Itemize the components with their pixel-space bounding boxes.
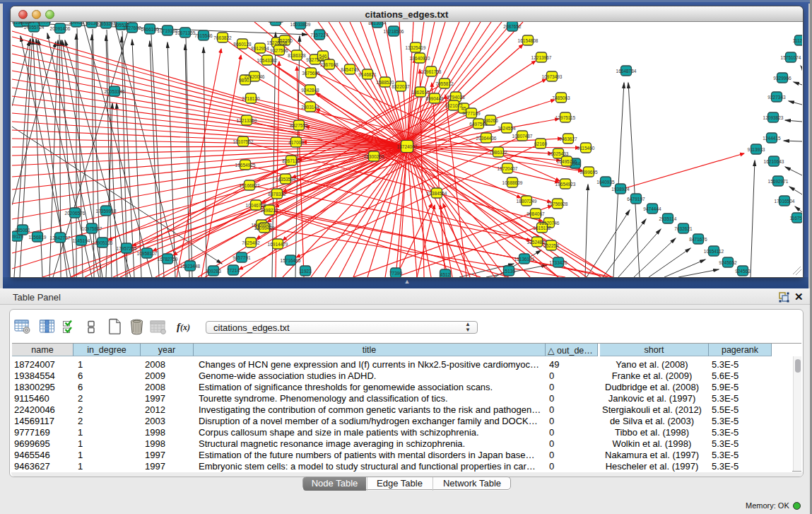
svg-text:12213369: 12213369 [237, 118, 257, 123]
svg-text:546: 546 [319, 54, 327, 59]
svg-text:15720407: 15720407 [498, 166, 518, 171]
svg-text:1145194: 1145194 [73, 238, 90, 243]
svg-text:8878332: 8878332 [268, 192, 286, 197]
svg-text:6466160: 6466160 [141, 27, 159, 32]
svg-text:62160: 62160 [534, 141, 547, 146]
svg-text:7955812: 7955812 [435, 81, 454, 86]
svg-text:98901: 98901 [239, 78, 252, 83]
svg-text:8427552: 8427552 [290, 123, 308, 128]
svg-text:7485063: 7485063 [552, 95, 570, 100]
svg-text:7357224: 7357224 [310, 33, 329, 37]
svg-text:116753: 116753 [789, 216, 802, 221]
svg-text:3675685: 3675685 [302, 71, 320, 76]
svg-text:17016504: 17016504 [775, 199, 795, 204]
svg-text:10671355: 10671355 [175, 30, 196, 35]
svg-text:18807249: 18807249 [517, 199, 537, 204]
svg-text:104418: 104418 [69, 22, 84, 25]
svg-text:77390: 77390 [389, 271, 402, 276]
svg-text:20206576: 20206576 [65, 211, 86, 216]
svg-text:15136: 15136 [502, 269, 515, 274]
svg-text:10543382: 10543382 [257, 58, 278, 63]
svg-text:14099489: 14099489 [254, 226, 275, 230]
svg-text:10975867: 10975867 [82, 226, 102, 231]
svg-text:3498222: 3498222 [260, 208, 278, 213]
svg-text:14055724: 14055724 [24, 25, 45, 30]
svg-text:16782759: 16782759 [158, 257, 178, 262]
svg-text:9115460: 9115460 [577, 146, 595, 151]
svg-text:20364436: 20364436 [476, 136, 497, 141]
svg-text:1527602: 1527602 [123, 25, 141, 30]
svg-text:985061: 985061 [15, 228, 30, 233]
svg-text:111233: 111233 [793, 38, 802, 43]
svg-text:15692971: 15692971 [768, 179, 789, 184]
svg-text:160338: 160338 [268, 22, 283, 23]
svg-text:9327506: 9327506 [270, 48, 288, 53]
svg-text:1640935: 1640935 [596, 180, 615, 185]
svg-text:16107552: 16107552 [233, 139, 254, 144]
svg-text:16914479: 16914479 [268, 242, 288, 247]
svg-text:20053346: 20053346 [105, 89, 125, 94]
svg-text:17359918: 17359918 [96, 209, 117, 214]
svg-text:9474444: 9474444 [643, 206, 661, 211]
svg-text:16033809: 16033809 [290, 22, 311, 27]
svg-text:16120746: 16120746 [539, 221, 560, 226]
svg-text:10958107: 10958107 [137, 251, 158, 256]
svg-text:15136141: 15136141 [514, 257, 535, 262]
svg-text:417004: 417004 [288, 140, 304, 145]
svg-text:10654112: 10654112 [704, 249, 724, 254]
svg-text:1362615: 1362615 [411, 90, 430, 95]
svg-text:8454749: 8454749 [341, 67, 359, 72]
svg-text:2803144: 2803144 [301, 105, 319, 110]
svg-text:20091406: 20091406 [50, 26, 71, 31]
svg-text:18724007: 18724007 [397, 144, 418, 149]
svg-text:15751074: 15751074 [781, 55, 801, 60]
svg-text:152260: 152260 [277, 38, 293, 43]
svg-text:11923: 11923 [299, 269, 312, 274]
svg-text:9084067: 9084067 [526, 211, 545, 216]
svg-text:8267130: 8267130 [282, 158, 300, 163]
svg-text:17957255: 17957255 [117, 246, 137, 251]
svg-text:9113933: 9113933 [748, 147, 765, 152]
svg-text:10807487: 10807487 [512, 134, 533, 139]
svg-text:8912954: 8912954 [251, 46, 269, 51]
svg-text:20094: 20094 [38, 22, 51, 24]
svg-text:14353594: 14353594 [276, 177, 296, 182]
svg-text:10973493: 10973493 [542, 74, 563, 79]
svg-text:19756928: 19756928 [548, 201, 568, 206]
svg-text:2718120: 2718120 [242, 96, 260, 101]
svg-text:4512: 4512 [440, 272, 451, 277]
svg-text:77214: 77214 [227, 268, 240, 273]
svg-text:8186328: 8186328 [288, 53, 306, 58]
svg-text:924563: 924563 [735, 269, 751, 274]
svg-text:7986322: 7986322 [489, 150, 507, 155]
svg-text:2367608: 2367608 [320, 62, 339, 67]
svg-text:15716485: 15716485 [281, 258, 301, 263]
svg-text:252254: 252254 [543, 243, 559, 248]
svg-text:10961758: 10961758 [421, 69, 442, 74]
svg-text:12975115: 12975115 [555, 115, 576, 120]
svg-text:45: 45 [461, 106, 466, 111]
svg-text:1244415: 1244415 [763, 136, 781, 141]
svg-text:1156819: 1156819 [29, 235, 47, 240]
svg-text:12905135: 12905135 [93, 240, 113, 245]
svg-text:13325419: 13325419 [406, 45, 426, 50]
svg-text:16495796: 16495796 [557, 159, 577, 164]
svg-text:9245652: 9245652 [719, 260, 737, 265]
svg-text:1938924: 1938924 [611, 187, 630, 192]
svg-text:19166827: 19166827 [240, 183, 260, 188]
svg-text:2087652: 2087652 [503, 24, 522, 29]
svg-text:8322037: 8322037 [392, 84, 410, 89]
svg-text:9899695: 9899695 [579, 170, 598, 175]
svg-text:10025433: 10025433 [548, 151, 569, 156]
svg-text:18640910: 18640910 [410, 56, 430, 61]
svg-text:8990448: 8990448 [425, 96, 444, 101]
svg-text:10688609: 10688609 [502, 180, 523, 185]
svg-text:16154808: 16154808 [518, 38, 539, 43]
svg-text:39119: 39119 [12, 234, 23, 239]
svg-text:109283: 109283 [206, 269, 221, 274]
svg-text:881304: 881304 [19, 22, 35, 24]
svg-text:1733426: 1733426 [549, 260, 567, 265]
svg-text:1615132: 1615132 [533, 226, 551, 230]
svg-text:12213967: 12213967 [531, 55, 552, 60]
svg-text:9146821: 9146821 [358, 72, 377, 77]
